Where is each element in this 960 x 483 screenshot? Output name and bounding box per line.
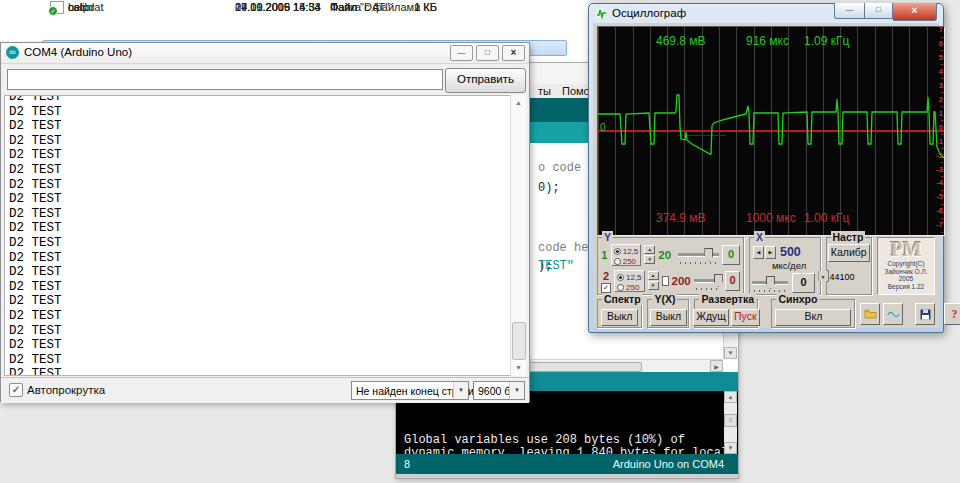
scale-tick: -4-: [936, 180, 943, 193]
zero-label: 0: [600, 122, 606, 133]
menu-item-tools-fragment[interactable]: ты: [538, 85, 551, 97]
serial-bottom-bar: ✓ Автопрокрутка Не найден конец строки ▼…: [1, 377, 529, 403]
x-offset-slider[interactable]: [752, 274, 788, 292]
scale-tick: 2-: [939, 97, 943, 110]
scroll-down-icon[interactable]: ▼: [724, 442, 737, 454]
channel2-zero-button[interactable]: 0: [725, 271, 740, 291]
window-title: COM4 (Arduino Uno): [24, 46, 132, 58]
scale-tick: 1-: [939, 111, 943, 124]
serial-line: D2 TEST: [9, 207, 513, 222]
help-button[interactable]: ?: [944, 303, 960, 325]
signal-generator-button[interactable]: [883, 303, 903, 325]
version-line: Версия 1.22: [878, 283, 934, 291]
sample-rate-select[interactable]: 44100 ▼: [827, 270, 829, 282]
code-fragment: 0);: [538, 181, 560, 195]
y-panel-caption: Y: [602, 231, 613, 243]
x-zero-button[interactable]: 0: [792, 273, 815, 293]
sweep-start-button[interactable]: Пуск: [731, 309, 760, 326]
channel1-spinner[interactable]: ▲▼: [644, 245, 655, 265]
channel2-range-radios[interactable]: 12,5 250: [614, 270, 645, 292]
period-reading: 1000 мкс: [746, 211, 796, 225]
console-scrollbar[interactable]: ▲ ≡ ▼: [724, 391, 737, 454]
range-option: 12,5: [623, 247, 639, 256]
channel2-option-checkbox[interactable]: [662, 276, 669, 286]
file-row[interactable]: ✓ osc.dat 24.01.2016 14:54 Файл "DAT" 1 …: [0, 0, 588, 14]
sync-on-button[interactable]: Вкл: [775, 309, 851, 326]
maximize-button[interactable]: □: [476, 45, 499, 61]
channel1-zero-button[interactable]: 0: [722, 245, 740, 265]
settings-panel: Настр Калибр 44100 ▼: [826, 237, 872, 295]
spin-up-icon[interactable]: ▲: [644, 245, 655, 254]
yx-off-button[interactable]: Выкл: [650, 309, 687, 326]
scroll-up-icon[interactable]: ▲: [724, 391, 737, 403]
chevron-down-icon[interactable]: ▼: [509, 382, 524, 399]
line-ending-select[interactable]: Не найден конец строки ▼: [351, 381, 469, 400]
channel1-offset-slider[interactable]: [678, 246, 719, 264]
console-scroll-thumb[interactable]: ≡: [724, 414, 737, 427]
serial-output-area[interactable]: D2 TESTD2 TESTD2 TESTD2 TESTD2 TESTD2 TE…: [4, 95, 514, 376]
open-file-button[interactable]: [860, 303, 880, 325]
serial-line: D2 TEST: [9, 178, 513, 193]
close-button[interactable]: ×: [502, 45, 525, 61]
spin-left-icon[interactable]: ◀: [753, 246, 764, 259]
file-name[interactable]: osc.dat: [68, 1, 103, 13]
spin-up-icon[interactable]: ▲: [648, 271, 659, 280]
radio-icon[interactable]: [614, 258, 621, 265]
radio-icon[interactable]: [617, 284, 624, 291]
sweep-wait-button[interactable]: Ждущ: [693, 309, 729, 326]
spin-right-icon[interactable]: ▶: [765, 246, 776, 259]
baud-rate-select[interactable]: 9600 бод ▼: [473, 381, 525, 400]
close-button[interactable]: ×: [893, 3, 937, 21]
serial-line: D2 TEST: [9, 338, 513, 353]
frequency-reading: 1.00 кГц: [804, 211, 849, 225]
question-mark-icon: ?: [951, 307, 957, 322]
scale-tick: 6-: [939, 41, 943, 54]
spin-down-icon[interactable]: ▼: [644, 255, 655, 264]
scroll-right-icon[interactable]: ▶: [710, 360, 723, 372]
about-box: PM Copyright(C) Зайончик О.Л. 2005 Верси…: [877, 237, 935, 295]
serial-line: D2 TEST: [9, 163, 513, 178]
channel2-spinner[interactable]: ▲▼: [648, 271, 659, 291]
timebase-spinner[interactable]: ◀▶: [753, 246, 776, 259]
pm-logo: PM: [878, 238, 934, 260]
scale-tick: -7-: [936, 222, 943, 235]
save-button[interactable]: [915, 303, 935, 325]
scale-tick: 3-: [939, 83, 943, 96]
serial-scroll-thumb[interactable]: [512, 322, 526, 360]
channel1-range-radios[interactable]: 12,5 250: [611, 244, 642, 266]
scroll-down-icon[interactable]: ▼: [511, 361, 526, 375]
minimize-button[interactable]: —: [450, 45, 473, 61]
autoscroll-checkbox[interactable]: ✓: [9, 383, 23, 397]
serial-lines: D2 TESTD2 TESTD2 TESTD2 TESTD2 TESTD2 TE…: [9, 95, 513, 376]
chevron-down-icon[interactable]: ▼: [818, 271, 828, 281]
calibrate-button[interactable]: Калибр: [828, 244, 870, 262]
serial-line: D2 TEST: [9, 251, 513, 266]
file-date: 24.01.2016 14:54: [235, 1, 321, 13]
timebase-unit: мкс/дел: [772, 260, 820, 271]
radio-selected-icon[interactable]: [614, 248, 621, 255]
radio-selected-icon[interactable]: [617, 274, 624, 281]
range-option: 250: [623, 257, 636, 266]
send-button[interactable]: Отправить: [445, 68, 526, 93]
serial-line: D2 TEST: [9, 324, 513, 339]
chevron-down-icon[interactable]: ▼: [453, 382, 468, 399]
scope-title-bar[interactable]: Осциллограф — □ ×: [589, 4, 943, 23]
range-option: 250: [626, 283, 639, 292]
maximize-button[interactable]: □: [865, 3, 893, 19]
serial-title-bar[interactable]: ∞ COM4 (Arduino Uno) — □ ×: [1, 43, 529, 64]
scroll-down-icon[interactable]: ▼: [724, 347, 737, 359]
spectrum-off-button[interactable]: Выкл: [601, 309, 638, 326]
status-line-number: 8: [404, 458, 410, 470]
scale-tick: 5-: [939, 55, 943, 68]
minimize-button[interactable]: —: [834, 3, 865, 19]
channel2-offset-slider[interactable]: [694, 272, 722, 290]
desktop: ✓ help 09.10.2009 14:34 Папка с файлами …: [0, 0, 960, 483]
scroll-up-icon[interactable]: ▲: [511, 96, 526, 110]
channel2-enable-checkbox[interactable]: ✓: [601, 283, 611, 293]
serial-input[interactable]: [7, 69, 443, 90]
serial-scrollbar[interactable]: ▲ ▼: [510, 95, 526, 376]
waveform-plot: [598, 27, 944, 235]
scope-app-body: 0 469.8 мВ 916 мкс 1.09 кГц 374.9 мВ 100…: [593, 23, 939, 328]
copyright-line: Copyright(C): [878, 260, 934, 268]
spin-down-icon[interactable]: ▼: [648, 281, 659, 290]
